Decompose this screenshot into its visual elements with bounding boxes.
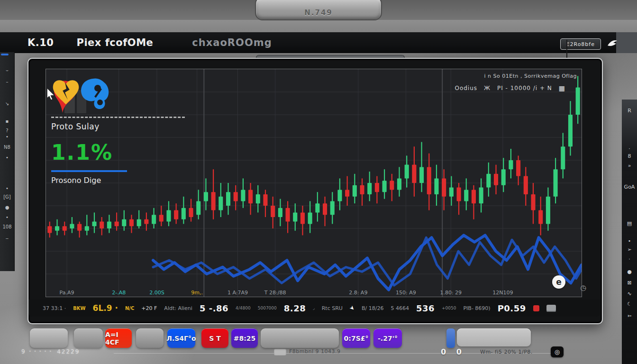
candle-body [434,178,438,194]
left-tool-icon-9[interactable]: • [0,186,14,191]
clock-icon[interactable]: ◷ [580,283,586,292]
dock-button-7[interactable]: #8:25 [231,328,258,348]
browser-badge-icon[interactable]: e [552,275,565,289]
candle-body [397,178,401,190]
left-tool-icon-11[interactable]: ● [0,205,14,210]
connector-line [566,40,567,59]
candle-body [241,190,245,201]
right-tool-icon-9[interactable]: · [622,256,637,262]
instrument-2-row: 1.1% [51,138,193,167]
candle-body [315,203,319,212]
left-tool-icon-13[interactable]: 108 [0,224,14,230]
dove-icon[interactable] [607,38,618,48]
statusbar-item: ◞ [313,306,315,310]
file-info-text: F8bmbnl 9 1043.9 [289,348,341,355]
candle-body [196,201,200,215]
status-bar: 37 33:1 ·BKW6L.9 ·N/C+20 FAldt: Alieni5 … [28,300,600,317]
right-tool-icon-1[interactable]: R [622,108,637,114]
statusbar-item: 4/4800 [236,306,251,310]
chart-toolbar-symbol[interactable]: Oodius [455,85,477,91]
left-tool-icon-1[interactable]: ⌣ [0,67,14,73]
candle-body [286,208,290,222]
grid-view-icon[interactable]: ▦ [559,84,565,92]
candle-body [382,181,387,192]
left-tool-icon-2[interactable]: – [0,79,14,85]
candle-body [137,219,141,226]
candle-body [271,206,275,217]
alert-red-icon [533,305,539,311]
candle-body [345,190,349,196]
instrument-2-label: Prosono Dige [51,176,193,185]
left-tool-icon-3[interactable]: ↘ [0,101,14,107]
right-tool-icon-10[interactable]: ● [622,269,637,275]
app-subtitle: chxaoROOmg [192,37,272,48]
statusbar-item: +0050 [442,306,456,310]
left-tool-icon-7[interactable]: N8 [0,145,14,150]
statusbar-item: +20 F [141,305,157,311]
dock-button-blank-8[interactable] [261,328,339,348]
dock-button-6[interactable]: S T [201,328,228,348]
dock-button-5[interactable]: Л.S4Г°o [167,328,195,348]
dock-button-10[interactable]: -.27'° [373,328,402,348]
candle-body [47,226,52,233]
candle-body [300,212,305,224]
right-tool-icon-13[interactable]: ☾ [622,301,637,307]
left-tool-icon-12[interactable]: • [0,215,14,220]
tray-status-text: Wm- fi5 20% 1/P8. [480,349,533,355]
candle-body [546,197,550,224]
keyboard-button[interactable]: ◎ [551,346,564,357]
legend-blue-underline [51,170,127,172]
left-tool-icon-6[interactable]: • [0,134,14,140]
right-tool-icon-14[interactable]: ➳ [622,313,637,319]
x-axis-label: 2.00S [149,290,164,296]
dock-button-blank-2[interactable] [74,328,103,348]
statusbar-item: 6L.9 · [93,303,118,313]
statusbar-item: Aldt: Alieni [164,305,192,311]
left-tool-icon-10[interactable]: [G] [0,194,14,200]
instrument-1-label: Proto Sulay [51,122,193,131]
right-tool-icon-6[interactable]: ▤ [622,220,637,227]
tray-mini-button[interactable] [446,328,455,348]
candle-body [516,160,520,176]
dock-button-blank-1[interactable] [30,328,68,348]
right-tool-icon-11[interactable]: ⊠ [622,280,637,286]
right-tool-icon-4[interactable]: » [622,163,637,169]
dock-button-blank-4[interactable] [136,328,164,348]
candle-body [538,210,543,224]
candle-body [449,188,454,197]
candle-body [330,201,335,215]
right-tool-icon-5[interactable]: GoA [622,184,637,190]
key-button-icon[interactable] [546,305,556,312]
right-tool-icon-12[interactable]: ∿ [622,291,637,297]
tray-slider-bar[interactable] [457,328,531,346]
left-tool-icon-4[interactable]: ▪ [0,118,14,124]
statusbar-item: 5 -.86 [200,303,228,313]
candle-body [248,190,253,203]
left-tool-icon-5[interactable]: ? [0,128,14,134]
candle-body [472,190,476,203]
left-tool-icon-8[interactable]: • [0,155,14,161]
candle-body [159,215,164,221]
left-tool-icon-14[interactable]: ‒ [0,236,14,241]
right-tool-icon-3[interactable]: 8 [622,153,637,159]
indicator-line-blue-fast [153,235,582,290]
candle-body [107,222,111,228]
statusbar-item: 37 33:1 · [43,305,66,311]
x-axis-label: Pa.A9 [60,290,74,296]
candle-body [182,208,186,219]
candle-body [412,165,416,183]
right-tool-icon-2[interactable]: · [622,146,637,152]
left-toolbar: ⌣–↘▪?•N8••[G]●•108‒ [0,52,15,271]
dock-button-3[interactable]: A=I 4CF [105,328,132,348]
legend-dashed-divider [51,117,185,118]
right-tool-icon-8[interactable]: ➢ [622,246,637,253]
candle-body [278,208,282,217]
candle-body [174,210,178,219]
chart-panel[interactable]: i n So 01Etn , Sorrikvemag Oflag Oodius … [46,69,582,297]
candle-body [129,219,134,226]
right-tool-icon-7[interactable]: • [622,238,637,244]
statusbar-cursor-icon: ➤ [348,304,356,312]
chart-toolbar[interactable]: Oodius Ж PI - 10000 /i + N ▦ [455,84,565,92]
file-chip-icon[interactable] [274,349,286,355]
dock-button-9[interactable]: 0:7S£° [342,328,370,348]
